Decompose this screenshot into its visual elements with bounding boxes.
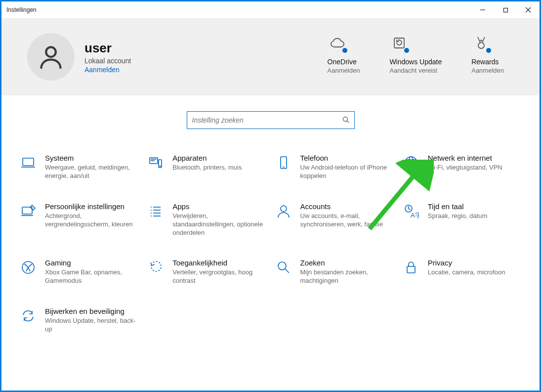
user-block: user Lokaal account Aanmelden	[27, 33, 131, 81]
time-language-icon: A字	[402, 202, 420, 222]
category-time-language[interactable]: A字 Tijd en taal Spraak, regio, datum	[402, 202, 521, 237]
window-controls	[471, 1, 540, 18]
svg-point-13	[160, 166, 161, 167]
categories-grid: Systeem Weergave, geluid, meldingen, ene…	[1, 140, 540, 334]
header-band: user Lokaal account Aanmelden OneDrive A…	[1, 18, 540, 95]
category-desc: Verwijderen, standaardinstellingen, opti…	[172, 212, 265, 237]
sign-in-link[interactable]: Aanmelden	[84, 66, 131, 74]
sync-icon	[19, 307, 37, 327]
category-title: Apps	[172, 202, 265, 211]
category-desc: Weergave, geluid, meldingen, energie, aa…	[45, 164, 138, 180]
svg-rect-1	[503, 8, 507, 12]
svg-text:A字: A字	[411, 212, 419, 219]
settings-window: Instellingen user Lokaal account	[0, 0, 541, 392]
category-title: Systeem	[45, 154, 138, 162]
category-desc: Bluetooth, printers, muis	[172, 164, 242, 172]
rewards-card[interactable]: Rewards Aanmelden	[471, 33, 504, 74]
close-button[interactable]	[517, 1, 540, 18]
category-desc: Xbox Game Bar, opnames, Gamemodus	[45, 268, 138, 285]
user-account-type: Lokaal account	[84, 57, 131, 65]
lock-icon	[402, 259, 420, 278]
svg-point-6	[478, 43, 484, 48]
category-title: Privacy	[428, 259, 505, 267]
card-subtitle: Aanmelden	[328, 67, 360, 74]
category-title: Tijd en taal	[428, 202, 488, 211]
card-title: OneDrive	[328, 58, 360, 66]
category-desc: Uw Android-telefoon of iPhone koppelen	[300, 164, 393, 180]
category-network[interactable]: Netwerk en internet Wi-Fi, vliegtuigstan…	[402, 154, 521, 180]
person-outline-icon	[275, 202, 292, 222]
category-accounts[interactable]: Accounts Uw accounts, e-mail, synchronis…	[275, 202, 393, 237]
category-desc: Wi-Fi, vliegtuigstand, VPN	[428, 164, 502, 172]
minimize-button[interactable]	[471, 1, 494, 18]
svg-rect-5	[394, 38, 404, 48]
svg-point-7	[343, 117, 347, 121]
category-title: Zoeken	[300, 259, 393, 267]
category-system[interactable]: Systeem Weergave, geluid, meldingen, ene…	[19, 154, 138, 180]
category-title: Netwerk en internet	[428, 154, 502, 162]
phone-icon	[275, 154, 292, 174]
status-dot-icon	[485, 47, 492, 54]
category-ease-of-access[interactable]: Toegankelijkheid Verteller, vergrootglas…	[147, 259, 265, 285]
category-apps[interactable]: Apps Verwijderen, standaardinstellingen,…	[147, 202, 265, 237]
maximize-button[interactable]	[494, 1, 517, 18]
devices-icon	[147, 154, 165, 174]
category-gaming[interactable]: Gaming Xbox Game Bar, opnames, Gamemodus	[19, 259, 138, 285]
category-title: Telefoon	[300, 154, 393, 162]
person-icon	[37, 43, 65, 71]
category-privacy[interactable]: Privacy Locatie, camera, microfoon	[402, 259, 521, 285]
user-name: user	[84, 41, 131, 56]
category-desc: Windows Update, herstel, back-up	[45, 317, 138, 334]
card-subtitle: Aanmelden	[471, 67, 504, 74]
xbox-icon	[19, 259, 37, 278]
search-icon	[342, 116, 349, 125]
category-desc: Verteller, vergrootglas, hoog contrast	[172, 268, 265, 285]
apps-icon	[147, 202, 165, 222]
search-box[interactable]	[187, 111, 355, 129]
category-search[interactable]: Zoeken Mijn bestanden zoeken, machtiging…	[275, 259, 393, 285]
category-title: Accounts	[300, 202, 393, 211]
category-title: Persoonlijke instellingen	[45, 202, 138, 211]
user-info: user Lokaal account Aanmelden	[84, 41, 131, 74]
accessibility-icon	[147, 259, 165, 278]
update-icon	[389, 33, 409, 53]
personalization-icon	[19, 202, 37, 222]
category-desc: Mijn bestanden zoeken, machtigingen	[300, 268, 393, 285]
card-title: Rewards	[471, 58, 504, 66]
window-title: Instellingen	[6, 6, 37, 13]
medal-icon	[471, 33, 491, 53]
svg-line-38	[285, 269, 289, 273]
svg-point-37	[278, 262, 286, 270]
category-desc: Uw accounts, e-mail, synchroniseren, wer…	[300, 212, 393, 229]
card-title: Windows Update	[389, 58, 442, 66]
cloud-icon	[328, 33, 347, 53]
category-personalization[interactable]: Persoonlijke instellingen Achtergrond, v…	[19, 202, 138, 237]
search-input[interactable]	[192, 116, 342, 124]
search-row	[1, 95, 540, 140]
category-title: Bijwerken en beveiliging	[45, 307, 138, 315]
category-devices[interactable]: Apparaten Bluetooth, printers, muis	[147, 154, 265, 180]
card-subtitle: Aandacht vereist	[389, 67, 442, 74]
svg-line-8	[347, 121, 349, 123]
laptop-icon	[19, 154, 37, 174]
category-update-security[interactable]: Bijwerken en beveiliging Windows Update,…	[19, 307, 138, 334]
onedrive-card[interactable]: OneDrive Aanmelden	[328, 33, 360, 74]
category-desc: Locatie, camera, microfoon	[428, 268, 505, 277]
svg-point-33	[281, 206, 287, 212]
category-title: Gaming	[45, 259, 138, 267]
category-desc: Spraak, regio, datum	[428, 212, 488, 220]
magnifier-icon	[275, 259, 292, 278]
globe-icon	[402, 154, 420, 174]
svg-point-4	[46, 47, 56, 57]
category-phone[interactable]: Telefoon Uw Android-telefoon of iPhone k…	[275, 154, 393, 180]
category-title: Toegankelijkheid	[172, 259, 265, 267]
category-title: Apparaten	[172, 154, 242, 162]
status-dot-icon	[403, 47, 410, 54]
svg-rect-9	[23, 158, 34, 166]
header-cards: OneDrive Aanmelden Windows Update Aandac…	[328, 33, 514, 74]
windows-update-card[interactable]: Windows Update Aandacht vereist	[389, 33, 442, 74]
titlebar: Instellingen	[1, 1, 540, 18]
svg-rect-39	[407, 266, 415, 273]
user-avatar[interactable]	[27, 33, 75, 81]
category-desc: Achtergrond, vergrendelingsscherm, kleur…	[45, 212, 138, 229]
